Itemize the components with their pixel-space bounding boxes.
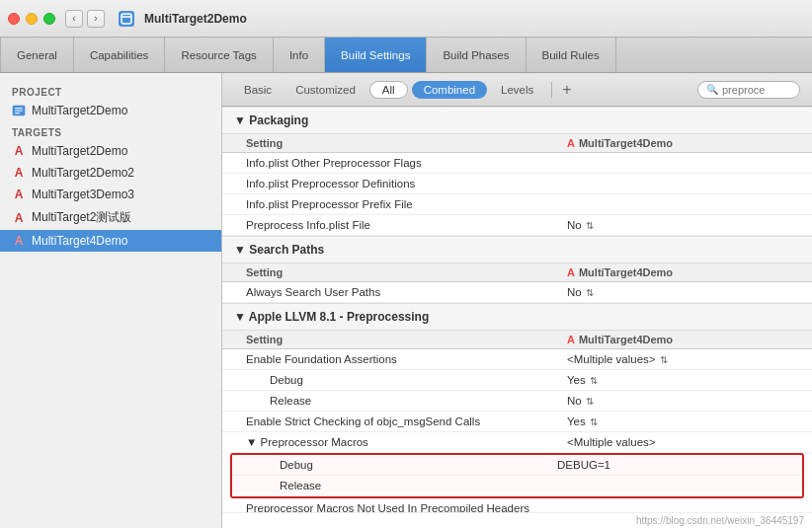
search-paths-header[interactable]: ▼ Search Paths [222,236,812,264]
setting-key: Enable Foundation Assertions [222,349,555,369]
stepper-icon[interactable]: ⇅ [660,354,668,365]
svg-rect-4 [15,111,23,112]
search-paths-title: ▼ Search Paths [234,243,324,257]
llvm-header[interactable]: ▼ Apple LLVM 8.1 - Preprocessing [222,303,812,331]
setting-key-bottom: Preprocessor Macros Not Used In Precompi… [222,498,555,512]
subtab-customized[interactable]: Customized [285,81,365,99]
target-1-label: MultiTarget2Demo2 [32,166,134,180]
table-row: Debug Yes ⇅ [222,370,812,391]
stepper-icon[interactable]: ⇅ [586,287,594,298]
tab-bar: General Capabilities Resource Tags Info … [0,38,812,73]
subtab-basic[interactable]: Basic [234,81,282,99]
llvm-title: ▼ Apple LLVM 8.1 - Preprocessing [234,310,429,324]
table-row: Release [232,476,802,496]
setting-value: <Multiple values> ⇅ [555,349,812,369]
packaging-col-header: Setting A MultiTarget4Demo [222,134,812,153]
setting-value: Yes ⇅ [555,370,812,390]
stepper-icon[interactable]: ⇅ [590,375,598,386]
table-row: Debug DEBUG=1 [232,455,802,476]
packaging-title: ▼ Packaging [234,113,308,127]
setting-key: Info.plist Preprocessor Prefix File [222,194,555,214]
target-2-label: MultiTarget3Demo3 [32,188,134,201]
traffic-lights [8,13,55,25]
target-icon-2: A [12,188,26,201]
svg-rect-0 [122,14,131,24]
search-bar[interactable]: 🔍 [697,81,800,99]
table-row: Enable Foundation Assertions <Multiple v… [222,349,812,370]
tab-general[interactable]: General [0,38,74,72]
nav-buttons: ‹ › [65,10,105,28]
svg-rect-5 [15,113,20,113]
sidebar-item-target-1[interactable]: A MultiTarget2Demo2 [0,162,221,184]
svg-rect-3 [15,108,23,109]
sidebar-item-project[interactable]: MultiTarget2Demo [0,100,221,121]
target-3-label: MultiTarget2测试版 [32,209,131,226]
setting-value [555,153,812,173]
setting-key: ▼ Preprocessor Macros [222,432,555,452]
subtab-levels[interactable]: Levels [491,81,543,99]
tab-build-settings[interactable]: Build Settings [325,38,427,72]
stepper-icon[interactable]: ⇅ [586,220,594,231]
table-row: Info.plist Preprocessor Prefix File [222,194,812,215]
llvm-section: ▼ Apple LLVM 8.1 - Preprocessing Setting… [222,303,812,512]
project-section-label: PROJECT [0,81,221,100]
project-icon [119,11,134,27]
table-row: Info.plist Preprocessor Definitions [222,174,812,194]
tab-build-phases[interactable]: Build Phases [427,38,526,72]
setting-key-debug-macro: Debug [232,455,545,475]
target-header-icon-2: A [567,266,575,278]
search-paths-col-header: Setting A MultiTarget4Demo [222,264,812,282]
sidebar-item-target-3[interactable]: A MultiTarget2测试版 [0,205,221,230]
search-input[interactable] [722,84,791,96]
subtab-all[interactable]: All [369,81,408,99]
add-setting-button[interactable]: + [562,82,571,98]
sidebar-item-target-2[interactable]: A MultiTarget3Demo3 [0,184,221,205]
sidebar-item-target-4[interactable]: A MultiTarget4Demo [0,230,221,252]
setting-key: Preprocess Info.plist File [222,215,555,235]
subtab-bar: Basic Customized All Combined Levels + 🔍 [222,73,812,107]
setting-value [555,174,812,193]
tab-info[interactable]: Info [274,38,325,72]
subtab-combined[interactable]: Combined [412,81,487,99]
setting-value: No ⇅ [555,391,812,411]
target-4-label: MultiTarget4Demo [32,234,127,248]
targets-section-label: TARGETS [0,121,221,140]
table-row: Enable Strict Checking of objc_msgSend C… [222,412,812,432]
tab-build-rules[interactable]: Build Rules [527,38,616,72]
setting-value-release-macro [545,476,802,495]
target-icon-1: A [12,166,26,180]
setting-key: Enable Strict Checking of objc_msgSend C… [222,412,555,431]
main-layout: PROJECT MultiTarget2Demo TARGETS A Multi… [0,73,812,528]
minimize-button[interactable] [26,13,38,25]
zoom-button[interactable] [43,13,55,25]
sidebar-item-target-0[interactable]: A MultiTarget2Demo [0,140,221,162]
search-paths-section: ▼ Search Paths Setting A MultiTarget4Dem… [222,236,812,303]
setting-value: <Multiple values> [555,432,812,452]
col-target-label-3: A MultiTarget4Demo [555,331,812,348]
titlebar: ‹ › MultiTarget2Demo [0,0,812,38]
table-row: ▼ Preprocessor Macros <Multiple values> [222,432,812,453]
setting-key: Release [222,391,555,411]
window-title: MultiTarget2Demo [144,12,247,26]
table-row: Release No ⇅ [222,391,812,412]
forward-button[interactable]: › [87,10,105,28]
back-button[interactable]: ‹ [65,10,83,28]
setting-value: No ⇅ [555,215,812,235]
tab-capabilities[interactable]: Capabilities [74,38,165,72]
setting-value [555,194,812,214]
close-button[interactable] [8,13,20,25]
setting-value-debug-macro: DEBUG=1 [545,455,802,475]
setting-key: Always Search User Paths [222,282,555,302]
target-header-icon: A [567,137,575,149]
setting-key: Info.plist Preprocessor Definitions [222,174,555,193]
stepper-icon[interactable]: ⇅ [586,396,594,407]
table-row: Preprocessor Macros Not Used In Precompi… [222,498,812,512]
col-target-label: A MultiTarget4Demo [555,134,812,152]
packaging-header[interactable]: ▼ Packaging [222,107,812,134]
setting-key: Info.plist Other Preprocessor Flags [222,153,555,173]
subtab-divider [551,82,552,98]
stepper-icon[interactable]: ⇅ [590,416,598,427]
tab-resource-tags[interactable]: Resource Tags [165,38,274,72]
search-icon: 🔍 [706,84,718,95]
col-setting-label: Setting [222,134,555,152]
